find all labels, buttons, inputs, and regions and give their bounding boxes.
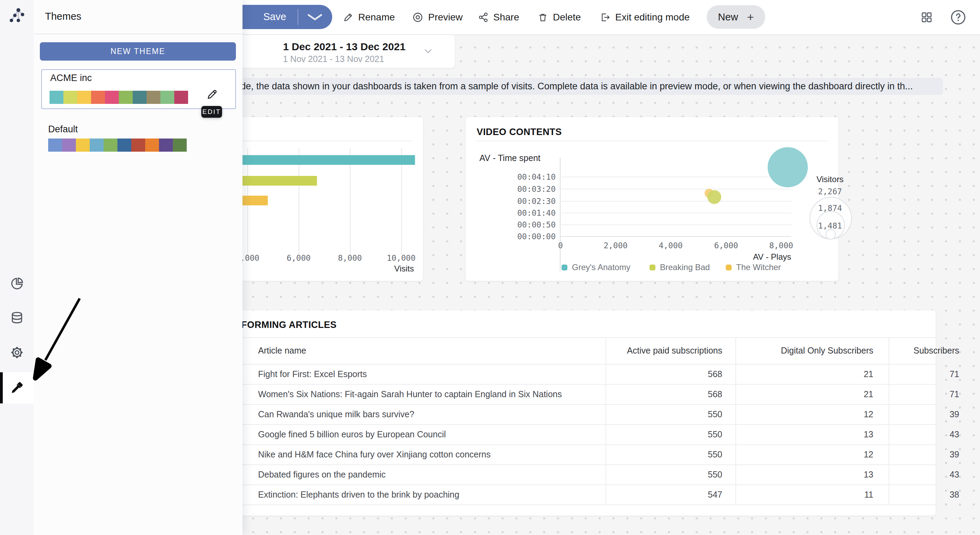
palette-swatch [174, 91, 188, 104]
apps-grid-icon[interactable] [921, 11, 932, 23]
app-logo[interactable] [8, 6, 25, 24]
cell-value: 13 [761, 424, 873, 444]
share-icon [478, 12, 488, 22]
palette-swatch [105, 91, 119, 104]
plus-icon: + [747, 10, 754, 24]
date-chevron-icon [424, 48, 433, 54]
date-comparison-value: 1 Nov 2021 - 13 Nov 2021 [283, 54, 384, 64]
cell-value: 39 [879, 444, 959, 464]
palette-swatch [146, 91, 161, 104]
preview-label: Preview [428, 12, 463, 23]
palette-swatch [49, 91, 64, 104]
cell-article-name: Nike and H&M face China fury over Xinjia… [258, 444, 490, 464]
x-tick: 10,000 [380, 254, 422, 262]
palette-swatch [103, 138, 118, 152]
bubble-breaking-bad[interactable] [707, 190, 721, 204]
theme-palette [48, 138, 187, 152]
rename-label: Rename [358, 12, 395, 23]
palette-swatch [131, 138, 145, 152]
theme-name: Default [48, 124, 78, 135]
x-tick: 8,000 [760, 241, 802, 250]
cell-value: 550 [622, 424, 722, 444]
trash-icon [538, 12, 548, 22]
legend-label: The Witcher [736, 262, 781, 272]
palette-swatch [133, 91, 146, 104]
delete-label: Delete [553, 12, 581, 23]
palette-swatch [173, 138, 187, 152]
cell-value: 71 [879, 364, 959, 384]
exit-label: Exit editing mode [615, 12, 690, 23]
new-dashboard-button[interactable]: New + [707, 5, 765, 29]
preview-button[interactable]: Preview [412, 0, 463, 34]
gear-icon [10, 346, 24, 359]
x-tick: 4,000 [650, 241, 691, 250]
save-button-label: Save [263, 11, 286, 22]
legend-label: Breaking Bad [660, 262, 710, 272]
column-header-active-paid-subscriptions[interactable]: Active paid subscriptions [622, 337, 722, 364]
eyedropper-icon [10, 381, 24, 395]
notice-text: In editing mode, the data shown in your … [187, 78, 913, 95]
save-dropdown-chevron-icon[interactable] [305, 13, 325, 21]
cell-article-name: Google fined 5 billion euros by European… [258, 424, 446, 444]
palette-swatch [76, 138, 90, 152]
cell-value: 39 [879, 404, 959, 424]
pie-chart-icon [10, 277, 24, 291]
cell-value: 12 [761, 404, 873, 424]
cell-article-name: Debated figures on the pandemic [258, 464, 385, 484]
theme-card-acme-inc[interactable]: ACME inc [41, 69, 236, 109]
cell-article-name: Fight for First: Excel Esports [258, 364, 367, 384]
cell-value: 550 [622, 404, 722, 424]
edit-theme-pencil-icon[interactable] [206, 88, 219, 100]
help-icon[interactable] [950, 10, 966, 25]
size-legend-circle-small [826, 229, 836, 240]
preview-eye-icon [412, 12, 423, 23]
bubble-grey-s-anatomy[interactable] [768, 147, 808, 187]
palette-swatch [91, 91, 105, 104]
delete-button[interactable]: Delete [538, 0, 581, 34]
legend-item-breaking-bad[interactable]: Breaking Bad [649, 262, 710, 272]
exit-editing-mode-button[interactable]: Exit editing mode [600, 0, 690, 34]
date-range-picker[interactable]: 1 Dec 2021 - 13 Dec 2021 1 Nov 2021 - 13… [238, 35, 455, 68]
new-theme-button[interactable]: NEW THEME [40, 42, 236, 60]
rename-button[interactable]: Rename [343, 0, 395, 34]
cell-value: 550 [622, 464, 722, 484]
column-divider [735, 337, 736, 505]
column-header-digital-only-subscribers[interactable]: Digital Only Subscribers [761, 337, 873, 364]
legend-item-greys-anatomy[interactable]: Grey's Anatomy [562, 262, 630, 272]
size-legend-title: Visitors [802, 175, 858, 184]
cell-value: 43 [879, 464, 959, 484]
legend-swatch [649, 265, 655, 270]
column-header-article-name[interactable]: Article name [258, 337, 306, 364]
edit-tooltip: EDIT [201, 106, 222, 118]
x-tick: 6,000 [705, 241, 747, 250]
cell-article-name: Extinction: Elephants driven to the brin… [258, 484, 459, 505]
theme-card-default[interactable]: Default [41, 122, 234, 156]
x-tick: 2,000 [595, 241, 636, 250]
app-sidebar [0, 0, 33, 535]
palette-swatch [145, 138, 159, 152]
database-icon [10, 311, 24, 325]
legend-label: Grey's Anatomy [572, 262, 630, 272]
cell-value: 547 [622, 484, 722, 505]
palette-swatch [64, 91, 77, 104]
cell-value: 43 [879, 424, 959, 444]
bar-x-axis-label: Visits [345, 264, 414, 273]
column-header-subscribers[interactable]: Subscribers [879, 337, 959, 364]
share-button[interactable]: Share [478, 0, 519, 34]
row-divider [180, 505, 935, 505]
sample-data-notice: In editing mode, the data shown in your … [159, 78, 943, 95]
sidebar-item-analytics[interactable] [0, 271, 33, 296]
size-legend-value: 1,874 [802, 203, 858, 213]
cell-value: 38 [879, 484, 959, 505]
column-divider [606, 337, 606, 505]
sidebar-item-themes[interactable] [0, 375, 33, 400]
legend-swatch [726, 265, 732, 270]
x-tick: 6,000 [278, 254, 320, 262]
sidebar-item-data[interactable] [0, 305, 33, 330]
cell-value: 71 [879, 384, 959, 404]
sidebar-item-settings[interactable] [0, 340, 33, 365]
cell-value: 21 [761, 384, 873, 404]
legend-item-the-witcher[interactable]: The Witcher [726, 262, 781, 272]
cell-value: 21 [761, 364, 873, 384]
share-label: Share [493, 12, 519, 23]
